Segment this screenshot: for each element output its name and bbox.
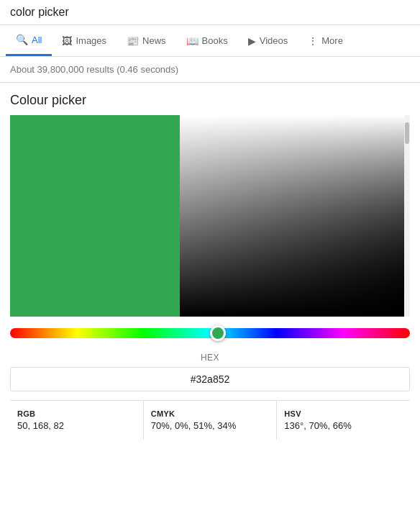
search-bar: color picker [0, 0, 420, 25]
cmyk-cell: CMYK 70%, 0%, 51%, 34% [144, 401, 278, 440]
tab-more[interactable]: ⋮ More [298, 27, 353, 55]
results-count-text: About 39,800,000 results (0.46 seconds) [10, 64, 178, 75]
tab-more-label: More [321, 35, 343, 46]
scroll-thumb [405, 122, 409, 144]
cmyk-value: 70%, 0%, 51%, 34% [151, 420, 270, 431]
hex-label: HEX [10, 353, 410, 363]
tab-news[interactable]: 📰 News [117, 27, 176, 55]
all-icon: 🔍 [16, 34, 28, 45]
gradient-panel[interactable] [180, 115, 404, 317]
search-query-text: color picker [10, 6, 69, 19]
tab-images[interactable]: 🖼 Images [52, 27, 117, 55]
tab-news-label: News [142, 35, 166, 46]
rgb-value: 50, 168, 82 [17, 420, 136, 431]
color-display[interactable] [10, 115, 404, 317]
hsv-cell: HSV 136°, 70%, 66% [277, 401, 410, 440]
tab-videos-label: Videos [260, 35, 288, 46]
cmyk-label: CMYK [151, 409, 270, 418]
hsv-value: 136°, 70%, 66% [284, 420, 403, 431]
color-gradient-wrapper [10, 115, 410, 317]
tab-books[interactable]: 📖 Books [176, 27, 238, 55]
colour-picker-section: Colour picker HEX RGB 50, 168, 82 CMYK 7… [0, 83, 420, 440]
tab-images-label: Images [76, 35, 106, 46]
hue-slider-thumb[interactable] [210, 325, 226, 341]
rgb-label: RGB [17, 409, 136, 418]
books-icon: 📖 [186, 35, 198, 47]
hex-section: HEX [10, 344, 410, 394]
more-icon: ⋮ [308, 35, 318, 47]
hue-slider-track[interactable] [10, 328, 410, 338]
hsv-label: HSV [284, 409, 403, 418]
hue-slider-container[interactable] [10, 317, 410, 344]
scroll-indicator [404, 115, 410, 317]
results-count: About 39,800,000 results (0.46 seconds) [0, 57, 420, 83]
nav-tabs: 🔍 All 🖼 Images 📰 News 📖 Books ▶ Videos ⋮… [0, 25, 420, 57]
tab-all-label: All [32, 35, 42, 45]
solid-color-panel[interactable] [10, 115, 180, 317]
section-title: Colour picker [10, 93, 410, 108]
color-values-row: RGB 50, 168, 82 CMYK 70%, 0%, 51%, 34% H… [10, 400, 410, 440]
tab-books-label: Books [202, 35, 228, 46]
hex-input[interactable] [10, 367, 410, 391]
rgb-cell: RGB 50, 168, 82 [10, 401, 144, 440]
news-icon: 📰 [127, 35, 139, 47]
videos-icon: ▶ [248, 35, 256, 47]
images-icon: 🖼 [62, 35, 72, 47]
tab-all[interactable]: 🔍 All [6, 25, 52, 56]
tab-videos[interactable]: ▶ Videos [238, 27, 298, 55]
